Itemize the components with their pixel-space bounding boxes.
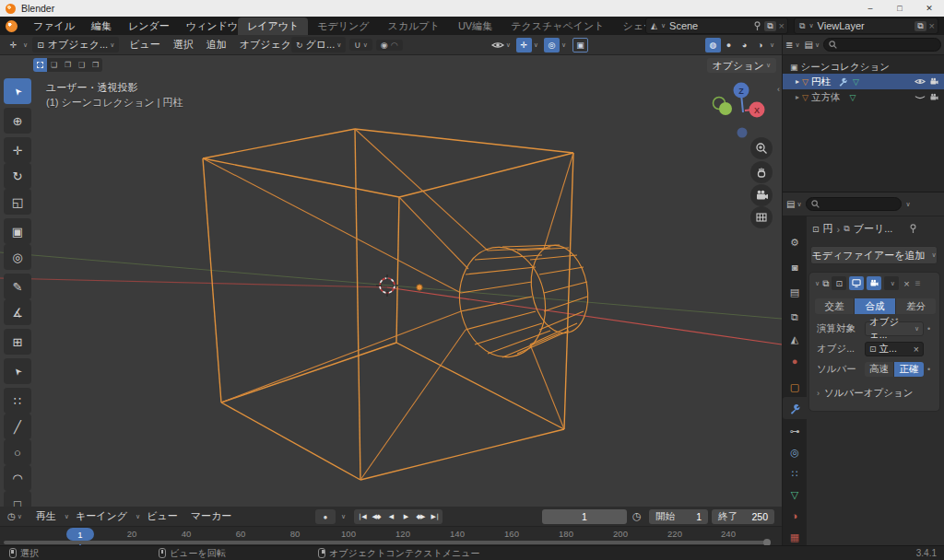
chevron-down-icon[interactable]: ∨ [795,41,799,49]
pin-icon[interactable] [909,224,917,234]
outliner-row-cylinder[interactable]: ▸ ▽ 円柱 ▽ [783,74,944,89]
tab-particles[interactable]: ∷ [783,462,807,484]
workspace-tab-texture-paint[interactable]: テクスチャペイント [502,18,613,35]
tab-output[interactable]: ▤ [783,281,807,303]
render-display-toggle[interactable] [867,276,881,290]
chevron-down-icon[interactable]: ∨ [770,41,774,49]
operand-type-dropdown[interactable]: オブジェ...∨ [865,321,924,336]
chevron-down-icon[interactable]: ∨ [341,513,346,520]
tab-scene[interactable]: ◭ [783,328,807,350]
window-titlebar[interactable]: Blender – □ ✕ [0,0,944,17]
menu-select[interactable]: 選択 [167,38,200,52]
camera-view-button[interactable] [750,184,773,206]
shading-wireframe-button[interactable]: ◍ [705,38,721,52]
breadcrumb-object[interactable]: 円 [823,222,833,236]
new-viewlayer-button[interactable]: ⧉ [914,21,926,31]
viewlayer-selector[interactable]: ⧉ ∨ ViewLayer ⧉ × [794,18,938,34]
transform-orientation-dropdown[interactable]: ↻ グロ... ∨ [291,37,346,52]
chevron-down-icon[interactable]: ∨ [808,22,813,29]
modifier-extras-dropdown[interactable]: ∨ [884,276,899,290]
solver-options-section[interactable]: › ソルバーオプション [817,387,913,400]
expand-icon[interactable]: ▸ [796,93,799,101]
gizmo-toggle[interactable]: ✛ [516,38,532,52]
viewlayer-name[interactable]: ViewLayer [818,20,865,31]
blender-menu-icon[interactable] [6,20,18,32]
tool-add-square[interactable]: □ [4,491,31,507]
tool-move[interactable]: ✛ [4,137,31,163]
tool-measure[interactable]: ∡ [4,299,31,325]
frame-start-field[interactable]: 開始1 [649,509,708,524]
chevron-down-icon[interactable]: ∨ [18,513,22,520]
remove-modifier-button[interactable]: × [903,278,909,289]
sidebar-toggle-icon[interactable]: ‹ [777,85,780,94]
menu-playback[interactable]: 再生 [30,509,63,523]
menu-marker[interactable]: マーカー [184,509,239,523]
chevron-down-icon[interactable]: ∨ [815,41,820,49]
shading-rendered-button[interactable]: ◑ [752,38,768,52]
workspace-tab-sculpting[interactable]: スカルプト [379,18,449,35]
tab-object[interactable]: ▢ [783,376,807,398]
tool-transform-cage[interactable]: ▣ [4,218,31,244]
current-frame-field[interactable]: 1 [542,509,627,524]
snap-dropdown[interactable]: ∪ ∨ [349,39,372,51]
breadcrumb-modifier[interactable]: ブーリ... [854,222,893,236]
tool-add-arc[interactable]: ◠ [4,465,31,491]
tab-material[interactable]: ◑ [783,505,807,527]
solver-fast-button[interactable]: 高速 [865,362,894,377]
operation-union-button[interactable]: 合成 [855,298,896,314]
outliner-row-cube[interactable]: ▸ ▽ 立方体 ▽ [783,89,944,105]
viewport-canvas[interactable]: Z X ❏ ❐ ❑ ❒ ユーザー・透視投影 (1) シーンコレクション | 円柱… [0,55,782,507]
tab-constraints[interactable]: ⊶ [783,420,807,442]
xray-toggle[interactable]: ▣ [572,38,588,52]
chevron-down-icon[interactable]: ∨ [534,41,538,49]
jump-to-start-button[interactable]: ❘◀ [354,509,369,524]
realtime-display-toggle[interactable] [849,276,864,290]
tool-select-box[interactable]: ➤ [4,78,31,104]
auto-key-button[interactable]: ● [315,509,336,524]
operation-intersect-button[interactable]: 交差 [815,298,855,314]
menu-render[interactable]: レンダー [120,19,178,33]
expand-icon[interactable]: ▸ [796,77,799,86]
minimize-button[interactable]: – [856,0,885,17]
select-mode-subtract[interactable]: ❐ [61,58,75,72]
filter-icon[interactable]: ≣ [785,40,793,50]
tool-add-cube[interactable]: ⊞ [4,329,31,355]
scene-selector[interactable]: ◭ ∨ Scene ⧉ × [645,18,788,34]
preview-range-clock-icon[interactable]: ◷ [632,510,642,522]
scene-name[interactable]: Scene [669,20,698,31]
tab-world[interactable]: ● [783,350,807,372]
workspace-tab-modeling[interactable]: モデリング [308,18,378,35]
workspace-tab-layout[interactable]: レイアウト [238,18,308,35]
properties-search-input[interactable] [806,197,902,211]
menu-view-timeline[interactable]: ビュー [140,509,184,523]
shading-material-button[interactable]: ◕ [737,38,752,52]
timeline-editor-icon[interactable]: ◷ [7,511,16,521]
tool-cursor[interactable]: ⊕ [4,108,31,134]
tab-modifiers[interactable] [783,397,807,419]
animate-dot-icon[interactable]: • [927,324,930,333]
orthographic-toggle-button[interactable] [750,206,773,228]
next-keyframe-button[interactable]: ◆▶ [413,509,428,524]
display-mode-icon[interactable]: ▤ [805,40,813,50]
maximize-button[interactable]: □ [885,0,914,17]
tool-rotate[interactable]: ↻ [4,163,31,189]
select-mode-invert[interactable]: ❑ [75,58,88,72]
tool-transform[interactable]: ◎ [4,244,31,270]
pan-view-button[interactable] [750,161,773,183]
menu-add[interactable]: 追加 [200,38,233,52]
chevron-down-icon[interactable]: ∨ [796,201,801,208]
tab-render[interactable]: ◙ [783,256,807,278]
visibility-icon[interactable] [491,41,504,50]
play-reverse-button[interactable]: ◀ [384,509,398,524]
chevron-down-icon[interactable]: ∨ [661,22,666,29]
tool-scale[interactable]: ◱ [4,189,31,215]
tab-view-layer[interactable]: ⧉ [783,306,807,328]
timeline-scrollbar[interactable] [4,541,771,544]
new-scene-button[interactable]: ⧉ [764,21,775,31]
outliner-row-scene-collection[interactable]: ▣ シーンコレクション [783,59,944,75]
shading-solid-button[interactable]: ● [721,38,737,52]
hidden-viewport-icon[interactable] [914,93,926,101]
chevron-down-icon[interactable]: ∨ [23,41,28,49]
clear-object-icon[interactable]: × [914,344,919,355]
operation-difference-button[interactable]: 差分 [896,298,936,314]
